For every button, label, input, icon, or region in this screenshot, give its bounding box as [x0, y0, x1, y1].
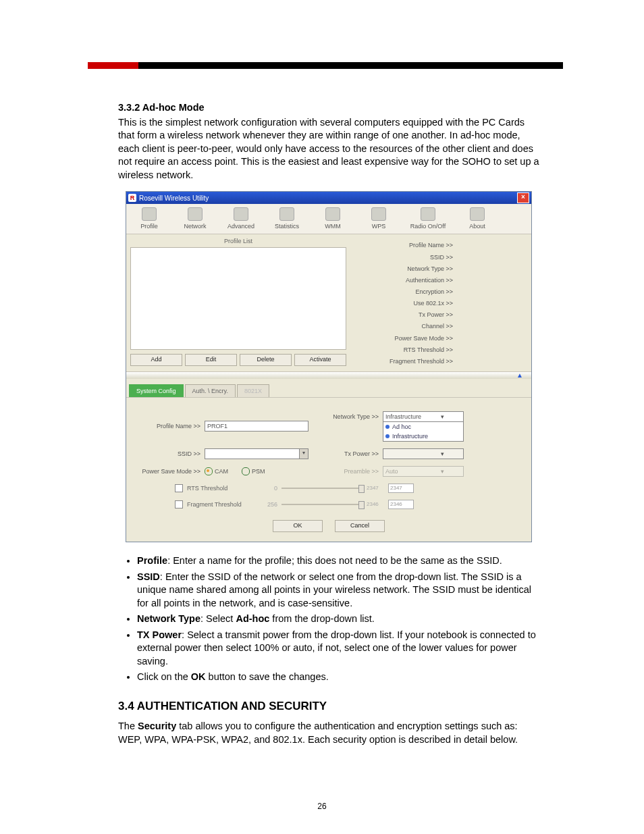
wps-icon — [371, 207, 386, 221]
psm-label: Power Save Mode >> — [133, 467, 205, 475]
list-item: TX Power: Select a transmit power from t… — [137, 629, 539, 669]
profile-pane: Profile List Add Edit Delete Activate Pr… — [126, 234, 531, 371]
tx-power-label: Tx Power >> — [318, 448, 383, 458]
tx-power-select[interactable]: ▾ — [383, 448, 464, 459]
system-config-pane: Profile Name >> PROF1 Network Type >> In… — [126, 397, 531, 542]
network-icon — [188, 207, 203, 221]
tab-radio[interactable]: Radio On/Off — [402, 204, 454, 234]
tab-system-config[interactable]: System Config — [129, 384, 184, 397]
frag-checkbox[interactable] — [175, 500, 183, 509]
section-intro: This is the simplest network configurati… — [118, 116, 539, 182]
ssid-label: SSID >> — [133, 450, 205, 458]
radio-icon — [421, 207, 435, 221]
app-logo-icon: R — [128, 194, 136, 202]
frag-value-input[interactable]: 2346 — [388, 500, 414, 509]
tab-auth-encry[interactable]: Auth. \ Encry. — [185, 384, 236, 397]
window-title: Rosevill Wireless Utility — [139, 194, 209, 203]
tab-advanced[interactable]: Advanced — [218, 204, 264, 234]
edit-button[interactable]: Edit — [185, 354, 237, 366]
list-item: SSID: Enter the SSID of the network or s… — [137, 571, 539, 610]
main-toolbar: Profile Network Advanced Statistics WMM … — [126, 204, 531, 234]
page-content: 3.3.2 Ad-hoc Mode This is the simplest n… — [118, 101, 539, 756]
tab-wmm[interactable]: WMM — [310, 204, 356, 234]
section-heading: 3.4 AUTHENTICATION AND SECURITY — [118, 699, 539, 714]
frag-slider[interactable] — [281, 504, 363, 505]
tab-network[interactable]: Network — [172, 204, 218, 234]
add-button[interactable]: Add — [130, 354, 182, 366]
stats-icon — [279, 207, 294, 221]
bullet-list: Profile: Enter a name for the profile; t… — [118, 554, 539, 684]
list-item: Network Type: Select Ad-hoc from the dro… — [137, 613, 539, 626]
profile-list[interactable] — [130, 247, 346, 350]
rts-value-input[interactable]: 2347 — [388, 484, 414, 493]
ssid-input[interactable] — [205, 448, 300, 459]
page-number: 26 — [0, 802, 644, 811]
rts-slider[interactable] — [281, 488, 363, 489]
profile-info: Profile Name >> SSID >> Network Type >> … — [350, 234, 531, 371]
panel-collapse-toggle[interactable] — [126, 371, 531, 379]
activate-button[interactable]: Activate — [294, 354, 346, 366]
list-item: Profile: Enter a name for the profile; t… — [137, 554, 539, 568]
preamble-select: Auto▾ — [383, 466, 464, 477]
tab-profile[interactable]: Profile — [126, 204, 172, 234]
profile-icon — [142, 207, 157, 221]
security-paragraph: The Security tab allows you to configure… — [118, 720, 539, 746]
profile-list-label: Profile List — [130, 237, 346, 245]
cam-radio[interactable] — [205, 467, 213, 475]
close-icon[interactable]: × — [517, 192, 529, 203]
about-icon — [470, 207, 485, 221]
psm-option-label: PSM — [252, 467, 265, 475]
window-titlebar: R Rosevill Wireless Utility × — [126, 192, 531, 204]
ssid-dropdown-icon[interactable]: ▾ — [300, 448, 308, 459]
list-item: Click on the OK button to save the chang… — [137, 671, 539, 684]
option-infrastructure[interactable]: Infrastructure — [383, 432, 463, 441]
delete-button[interactable]: Delete — [240, 354, 292, 366]
rts-label: RTS Threshold — [187, 484, 254, 492]
chevron-down-icon: ▾ — [423, 467, 461, 476]
chevron-down-icon: ▾ — [423, 412, 461, 421]
network-type-select[interactable]: Infrastructure▾ Ad hoc Infrastructure — [383, 411, 464, 442]
cancel-button[interactable]: Cancel — [335, 520, 385, 532]
psm-radio[interactable] — [242, 467, 250, 475]
network-type-options: Ad hoc Infrastructure — [383, 422, 464, 442]
cam-label: CAM — [215, 467, 228, 475]
tab-8021x[interactable]: 8021X — [237, 384, 269, 397]
tab-about[interactable]: About — [454, 204, 500, 234]
tab-wps[interactable]: WPS — [356, 204, 402, 234]
config-tabs: System Config Auth. \ Encry. 8021X — [126, 379, 531, 397]
ok-button[interactable]: OK — [273, 520, 323, 532]
profile-name-input[interactable]: PROF1 — [205, 421, 308, 432]
option-adhoc[interactable]: Ad hoc — [383, 422, 463, 432]
profile-name-label: Profile Name >> — [133, 422, 205, 430]
header-bar — [88, 62, 563, 69]
preamble-label: Preamble >> — [318, 466, 383, 475]
frag-label: Fragment Threshold — [187, 500, 254, 509]
rts-checkbox[interactable] — [175, 484, 183, 492]
tab-statistics[interactable]: Statistics — [264, 204, 310, 234]
app-window: R Rosevill Wireless Utility × Profile Ne… — [126, 191, 532, 542]
network-type-label: Network Type >> — [318, 411, 383, 421]
section-title: 3.3.2 Ad-hoc Mode — [118, 101, 539, 115]
chevron-down-icon: ▾ — [423, 449, 461, 459]
gear-icon — [234, 207, 248, 221]
document-page: 3.3.2 Ad-hoc Mode This is the simplest n… — [0, 0, 644, 834]
wmm-icon — [325, 207, 340, 221]
